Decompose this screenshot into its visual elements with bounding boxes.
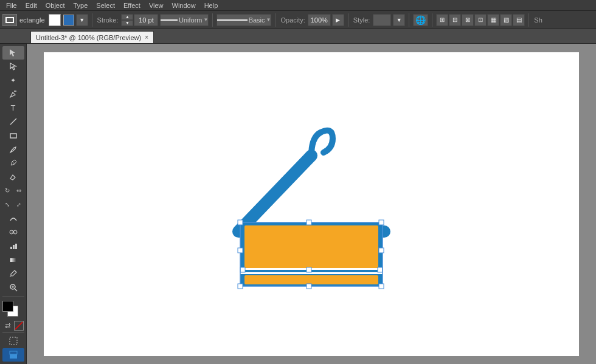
tool-line[interactable] — [2, 115, 24, 128]
tool-gradient[interactable] — [2, 253, 24, 267]
menu-bar: File Edit Object Type Select Effect View… — [0, 0, 596, 11]
svg-rect-20 — [10, 351, 17, 354]
brush-type-dropdown[interactable]: Basic ▼ — [217, 14, 271, 26]
stroke-up[interactable]: ▲ — [121, 14, 133, 20]
menu-type[interactable]: Type — [70, 1, 92, 10]
color-picker-area — [2, 301, 24, 319]
sep1 — [92, 13, 92, 27]
tool-rectangle[interactable] — [2, 129, 24, 142]
style-arrow[interactable]: ▼ — [393, 14, 405, 26]
svg-rect-11 — [10, 258, 16, 262]
tool-magic-wand[interactable]: ✦ — [2, 74, 24, 87]
stroke-type-arrow: ▼ — [204, 17, 209, 22]
options-toolbar: ectangle ▼ Stroke: ▲ ▼ Uniform ▼ Basic ▼… — [0, 11, 596, 29]
rotate-icon: ↻ — [2, 186, 12, 196]
menu-help[interactable]: Help — [201, 1, 222, 10]
sep4 — [348, 13, 348, 27]
tool-warp[interactable] — [2, 212, 24, 225]
svg-marker-1 — [10, 63, 16, 70]
menu-window[interactable]: Window — [168, 1, 199, 10]
tool-pencil[interactable] — [2, 157, 24, 170]
svg-rect-4 — [10, 134, 16, 138]
svg-rect-8 — [10, 247, 12, 249]
align-btn-6[interactable]: ▧ — [500, 14, 512, 26]
tool-scale[interactable]: ⤡ — [2, 198, 13, 211]
color-options-btn[interactable]: ▼ — [76, 14, 88, 26]
foreground-color-box[interactable] — [2, 301, 13, 312]
stroke-line-preview — [161, 19, 178, 21]
sh-label: Sh — [533, 16, 543, 24]
menu-object[interactable]: Object — [42, 1, 69, 10]
menu-edit[interactable]: Edit — [22, 1, 41, 10]
sep2 — [212, 13, 213, 27]
canvas-area[interactable] — [27, 44, 596, 364]
stroke-type-dropdown[interactable]: Uniform ▼ — [160, 14, 209, 26]
sep6 — [432, 13, 432, 27]
active-document-tab[interactable]: Untitled-3* @ 100% (RGB/Preview) × — [30, 31, 154, 43]
tool-reflect[interactable]: ⇔ — [13, 184, 24, 197]
reshape-icon: ⤢ — [14, 200, 24, 210]
style-label: Style: — [352, 16, 372, 24]
tool-artboard[interactable] — [2, 335, 24, 348]
svg-rect-26 — [240, 267, 245, 272]
align-btn-3[interactable]: ⊠ — [462, 14, 474, 26]
tool-graph[interactable] — [2, 239, 24, 253]
shape-icon — [2, 14, 17, 26]
align-btn-4[interactable]: ⊡ — [474, 14, 487, 26]
align-group: ⊞ ⊟ ⊠ ⊡ ▦ ▧ ▤ — [436, 14, 525, 26]
stroke-input[interactable] — [134, 14, 158, 26]
align-btn-2[interactable]: ⊟ — [449, 14, 461, 26]
menu-view[interactable]: View — [145, 1, 167, 10]
tool-paintbrush[interactable] — [2, 143, 24, 156]
tool-direct-selection[interactable] — [2, 60, 24, 74]
opacity-section: Opacity: ▶ — [279, 14, 344, 26]
stroke-type-label: Uniform — [179, 16, 203, 24]
selection-icon — [9, 48, 18, 58]
main-area: ✦ T — [0, 44, 596, 364]
svg-marker-0 — [10, 49, 15, 57]
eraser-icon — [9, 172, 18, 182]
menu-file[interactable]: File — [2, 1, 21, 10]
tool-rotate[interactable]: ↻ — [2, 184, 13, 197]
warp-icon — [9, 214, 18, 224]
special-tool-icon — [9, 350, 18, 360]
tool-eyedropper[interactable] — [2, 267, 24, 281]
zoom-icon — [9, 283, 18, 292]
tool-selection[interactable] — [2, 46, 24, 60]
opacity-expand[interactable]: ▶ — [332, 14, 344, 26]
style-swatch[interactable] — [373, 14, 391, 26]
sep7 — [528, 13, 529, 27]
none-color-box[interactable] — [14, 321, 24, 331]
menu-effect[interactable]: Effect — [120, 1, 144, 10]
brush-type-label: Basic — [249, 16, 265, 24]
web-icon-btn[interactable]: 🌐 — [413, 14, 428, 26]
tool-pen[interactable] — [2, 88, 24, 101]
tool-reshape[interactable]: ⤢ — [13, 198, 24, 211]
tool-zoom[interactable] — [2, 281, 24, 294]
paintbrush-icon — [9, 145, 18, 154]
align-btn-1[interactable]: ⊞ — [436, 14, 448, 26]
stroke-down[interactable]: ▼ — [121, 20, 133, 26]
svg-rect-18 — [10, 337, 17, 345]
toolbar-divider-1 — [2, 296, 24, 297]
document-tabs: Untitled-3* @ 100% (RGB/Preview) × — [0, 29, 596, 44]
tab-close-btn[interactable]: × — [145, 34, 148, 41]
tool-type[interactable]: T — [2, 101, 24, 115]
align-btn-7[interactable]: ▤ — [513, 14, 525, 26]
sep5 — [409, 13, 409, 27]
tool-eraser[interactable] — [2, 170, 24, 184]
blend-icon — [9, 227, 18, 237]
svg-rect-22 — [244, 225, 378, 268]
reflect-icon: ⇔ — [14, 186, 24, 196]
brush-type-arrow: ▼ — [266, 17, 271, 22]
opacity-input[interactable] — [308, 14, 331, 26]
shape-label: ectangle — [18, 16, 46, 24]
menu-select[interactable]: Select — [92, 1, 119, 10]
tool-blend[interactable] — [2, 226, 24, 239]
stroke-color-swatch[interactable] — [63, 15, 74, 26]
brush-line-preview — [217, 19, 247, 21]
align-btn-5[interactable]: ▦ — [487, 14, 499, 26]
fill-color-swatch[interactable] — [49, 14, 61, 26]
tool-special-active[interactable] — [2, 348, 24, 362]
swap-colors-btn[interactable] — [3, 321, 13, 331]
